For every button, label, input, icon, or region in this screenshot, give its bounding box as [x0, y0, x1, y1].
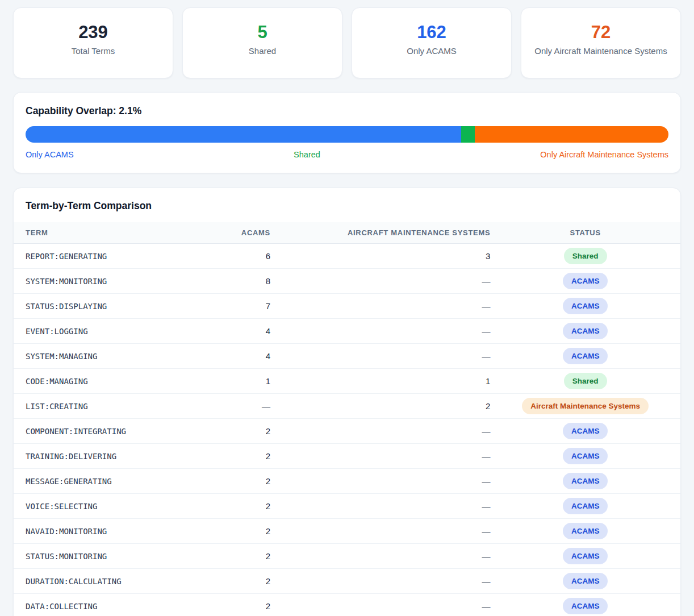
status-cell: ACAMS: [490, 569, 680, 594]
table-row: SYSTEM:MANAGING4—ACAMS: [14, 344, 680, 369]
status-badge: ACAMS: [563, 498, 608, 514]
acams-count-cell: 8: [207, 269, 270, 294]
status-badge: ACAMS: [563, 348, 608, 364]
term-cell: STATUS:DISPLAYING: [14, 294, 207, 319]
status-cell: ACAMS: [490, 519, 680, 544]
table-row: MESSAGE:GENERATING2—ACAMS: [14, 469, 680, 494]
stat-value: 162: [362, 22, 501, 43]
acams-count-cell: 7: [207, 294, 270, 319]
status-cell: ACAMS: [490, 494, 680, 519]
stat-card-0: 239Total Terms: [13, 7, 173, 78]
dashboard-page: 239Total Terms5Shared162Only ACAMS72Only…: [0, 0, 694, 616]
status-cell: Aircraft Maintenance Systems: [490, 394, 680, 419]
stat-value: 72: [532, 22, 670, 43]
status-badge: ACAMS: [563, 598, 608, 614]
term-cell: REPORT:GENERATING: [14, 244, 207, 269]
table-row: NAVAID:MONITORING2—ACAMS: [14, 519, 680, 544]
acams-count-cell: 4: [207, 344, 270, 369]
status-badge: ACAMS: [563, 448, 608, 464]
term-cell: SYSTEM:MONITORING: [14, 269, 207, 294]
table-row: REPORT:GENERATING63Shared: [14, 244, 680, 269]
term-cell: VOICE:SELECTING: [14, 494, 207, 519]
overlap-bar-labels: Only ACAMSSharedOnly Aircraft Maintenanc…: [26, 150, 668, 159]
acams-count-cell: 2: [207, 444, 270, 469]
acams-count-cell: 2: [207, 544, 270, 569]
stat-card-3: 72Only Aircraft Maintenance Systems: [521, 7, 681, 78]
status-cell: ACAMS: [490, 444, 680, 469]
comparison-title: Term-by-Term Comparison: [14, 200, 680, 212]
table-row: TRAINING:DELIVERING2—ACAMS: [14, 444, 680, 469]
term-cell: TRAINING:DELIVERING: [14, 444, 207, 469]
status-badge: ACAMS: [563, 273, 608, 289]
stat-label: Total Terms: [24, 45, 162, 57]
ams-count-cell: —: [270, 469, 490, 494]
ams-count-cell: —: [270, 319, 490, 344]
status-badge: ACAMS: [563, 548, 608, 564]
status-badge: ACAMS: [563, 573, 608, 589]
table-row: STATUS:MONITORING2—ACAMS: [14, 544, 680, 569]
status-cell: ACAMS: [490, 319, 680, 344]
table-row: VOICE:SELECTING2—ACAMS: [14, 494, 680, 519]
table-row: CODE:MANAGING11Shared: [14, 369, 680, 394]
status-badge: Shared: [564, 373, 607, 389]
column-header-3: STATUS: [490, 222, 680, 244]
overlap-bar-segment-2: [475, 126, 668, 143]
column-header-1: ACAMS: [207, 222, 270, 244]
table-row: STATUS:DISPLAYING7—ACAMS: [14, 294, 680, 319]
comparison-table: TERMACAMSAIRCRAFT MAINTENANCE SYSTEMSSTA…: [14, 222, 680, 616]
status-badge: ACAMS: [563, 423, 608, 439]
column-header-2: AIRCRAFT MAINTENANCE SYSTEMS: [270, 222, 490, 244]
table-row: DATA:COLLECTING2—ACAMS: [14, 594, 680, 616]
term-cell: STATUS:MONITORING: [14, 544, 207, 569]
status-cell: ACAMS: [490, 544, 680, 569]
term-cell: EVENT:LOGGING: [14, 319, 207, 344]
status-cell: Shared: [490, 244, 680, 269]
term-cell: CODE:MANAGING: [14, 369, 207, 394]
comparison-card: Term-by-Term Comparison TERMACAMSAIRCRAF…: [13, 188, 681, 616]
stat-card-2: 162Only ACAMS: [352, 7, 512, 78]
status-badge: ACAMS: [563, 523, 608, 539]
overlap-bar-segment-0: [26, 126, 461, 143]
acams-count-cell: 2: [207, 494, 270, 519]
status-badge: Shared: [564, 248, 607, 264]
overlap-title: Capability Overlap: 2.1%: [26, 105, 668, 117]
term-cell: DATA:COLLECTING: [14, 594, 207, 616]
status-cell: ACAMS: [490, 594, 680, 616]
ams-count-cell: —: [270, 294, 490, 319]
ams-count-cell: —: [270, 519, 490, 544]
status-cell: ACAMS: [490, 419, 680, 444]
acams-count-cell: 2: [207, 469, 270, 494]
ams-count-cell: —: [270, 344, 490, 369]
ams-count-cell: —: [270, 544, 490, 569]
overlap-bar: [26, 126, 668, 143]
stat-value: 5: [193, 22, 332, 43]
acams-count-cell: 4: [207, 319, 270, 344]
term-cell: MESSAGE:GENERATING: [14, 469, 207, 494]
ams-count-cell: —: [270, 569, 490, 594]
status-cell: ACAMS: [490, 269, 680, 294]
ams-count-cell: 3: [270, 244, 490, 269]
acams-count-cell: 1: [207, 369, 270, 394]
ams-count-cell: —: [270, 594, 490, 616]
status-cell: ACAMS: [490, 344, 680, 369]
status-badge: ACAMS: [563, 323, 608, 339]
term-cell: DURATION:CALCULATING: [14, 569, 207, 594]
table-row: EVENT:LOGGING4—ACAMS: [14, 319, 680, 344]
term-cell: NAVAID:MONITORING: [14, 519, 207, 544]
status-badge: ACAMS: [563, 473, 608, 489]
overlap-label-2: Only Aircraft Maintenance Systems: [540, 150, 668, 159]
acams-count-cell: 2: [207, 594, 270, 616]
stat-value: 239: [24, 22, 162, 43]
acams-count-cell: —: [207, 394, 270, 419]
capability-overlap-card: Capability Overlap: 2.1% Only ACAMSShare…: [13, 92, 681, 173]
ams-count-cell: 2: [270, 394, 490, 419]
ams-count-cell: 1: [270, 369, 490, 394]
status-cell: Shared: [490, 369, 680, 394]
status-cell: ACAMS: [490, 469, 680, 494]
status-badge: Aircraft Maintenance Systems: [522, 398, 649, 414]
acams-count-cell: 2: [207, 569, 270, 594]
acams-count-cell: 2: [207, 419, 270, 444]
status-cell: ACAMS: [490, 294, 680, 319]
column-header-0: TERM: [14, 222, 207, 244]
overlap-label-1: Shared: [294, 150, 320, 159]
